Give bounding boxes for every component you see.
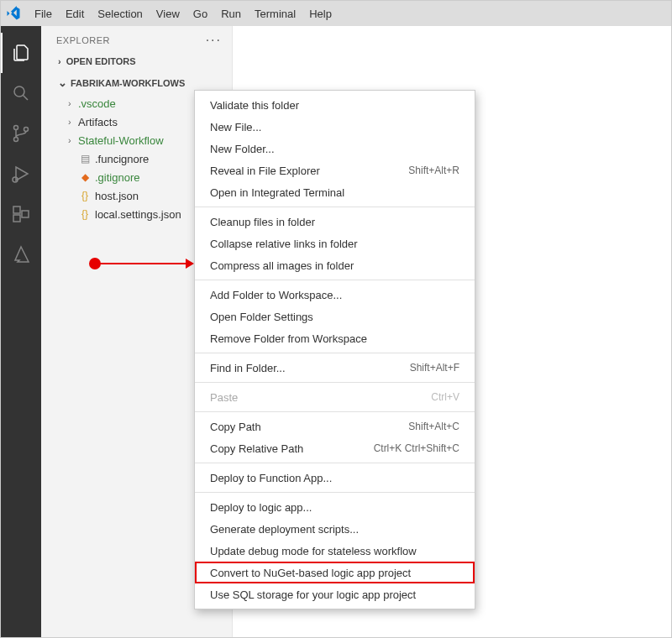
ctx-use-sql[interactable]: Use SQL storage for your logic app proje… — [195, 583, 475, 605]
activity-source-control[interactable] — [1, 113, 41, 154]
ctx-copy-path[interactable]: Copy PathShift+Alt+C — [195, 416, 475, 437]
ctx-compress[interactable]: Compress all images in folder — [195, 254, 475, 276]
arrow-line — [99, 263, 187, 264]
ctx-open-terminal[interactable]: Open in Integrated Terminal — [195, 181, 475, 203]
menu-go[interactable]: Go — [186, 8, 214, 20]
ctx-open-folder-settings[interactable]: Open Folder Settings — [195, 306, 475, 327]
ctx-copy-relative-path[interactable]: Copy Relative PathCtrl+K Ctrl+Shift+C — [195, 437, 475, 459]
svg-point-4 — [24, 128, 29, 132]
git-icon: ◆ — [78, 170, 92, 184]
ctx-update-debug[interactable]: Update debug mode for stateless workflow — [195, 540, 475, 562]
ctx-new-file[interactable]: New File... — [195, 116, 475, 138]
azure-icon — [11, 244, 31, 264]
activity-azure[interactable] — [1, 234, 41, 275]
ctx-new-folder[interactable]: New Folder... — [195, 138, 475, 160]
files-icon — [11, 43, 31, 63]
ctx-paste: PasteCtrl+V — [195, 386, 475, 408]
activity-run-debug[interactable] — [1, 154, 41, 194]
separator — [195, 463, 475, 463]
git-branch-icon — [11, 123, 31, 144]
context-menu: Validate this folder New File... New Fol… — [194, 90, 475, 609]
debug-run-icon — [11, 164, 31, 184]
explorer-more-icon[interactable]: ··· — [206, 33, 222, 48]
separator — [195, 492, 475, 493]
svg-point-3 — [14, 138, 18, 142]
svg-point-2 — [14, 126, 18, 130]
ctx-find-in-folder[interactable]: Find in Folder...Shift+Alt+F — [195, 357, 475, 379]
json-icon: {} — [78, 189, 92, 202]
menu-selection[interactable]: Selection — [91, 8, 149, 20]
ctx-generate-scripts[interactable]: Generate deployment scripts... — [195, 518, 475, 540]
vscode-logo-icon — [6, 6, 21, 21]
ctx-add-folder[interactable]: Add Folder to Workspace... — [195, 284, 475, 306]
svg-line-1 — [24, 96, 29, 101]
explorer-title: EXPLORER — [56, 35, 110, 45]
separator — [195, 280, 475, 280]
menu-run[interactable]: Run — [214, 8, 248, 20]
menu-terminal[interactable]: Terminal — [248, 8, 302, 20]
menu-view[interactable]: View — [150, 8, 186, 20]
ctx-reveal[interactable]: Reveal in File ExplorerShift+Alt+R — [195, 160, 475, 181]
ctx-remove-folder[interactable]: Remove Folder from Workspace — [195, 327, 475, 349]
separator — [195, 207, 475, 207]
separator — [195, 411, 475, 412]
project-name: FABRIKAM-WORKFLOWS — [71, 78, 185, 88]
search-icon — [11, 83, 31, 103]
ctx-validate[interactable]: Validate this folder — [195, 94, 475, 116]
extensions-icon — [11, 204, 31, 224]
svg-rect-9 — [22, 211, 29, 217]
separator — [195, 382, 475, 383]
arrow-head-icon — [186, 259, 194, 269]
section-open-editors[interactable]: OPEN EDITORS — [41, 51, 232, 71]
ctx-cleanup[interactable]: Cleanup files in folder — [195, 211, 475, 233]
menubar: File Edit Selection View Go Run Terminal… — [1, 1, 671, 26]
annotation-arrow — [89, 257, 198, 270]
activity-bar — [1, 26, 41, 637]
svg-point-0 — [14, 86, 24, 97]
menu-help[interactable]: Help — [302, 8, 339, 20]
ctx-convert-nuget[interactable]: Convert to NuGet-based logic app project — [195, 562, 475, 583]
svg-rect-7 — [13, 207, 20, 213]
explorer-header: EXPLORER ··· — [41, 26, 232, 51]
activity-extensions[interactable] — [1, 194, 41, 234]
ctx-deploy-logic[interactable]: Deploy to logic app... — [195, 496, 475, 518]
activity-explorer[interactable] — [1, 33, 41, 73]
svg-rect-8 — [13, 215, 20, 222]
menu-file[interactable]: File — [28, 8, 59, 20]
file-ignore-icon: ▤ — [78, 152, 92, 165]
separator — [195, 353, 475, 353]
ctx-collapse[interactable]: Collapse relative links in folder — [195, 233, 475, 254]
ctx-deploy-function[interactable]: Deploy to Function App... — [195, 467, 475, 489]
activity-search[interactable] — [1, 73, 41, 113]
json-icon: {} — [78, 207, 92, 221]
menu-edit[interactable]: Edit — [59, 8, 91, 20]
